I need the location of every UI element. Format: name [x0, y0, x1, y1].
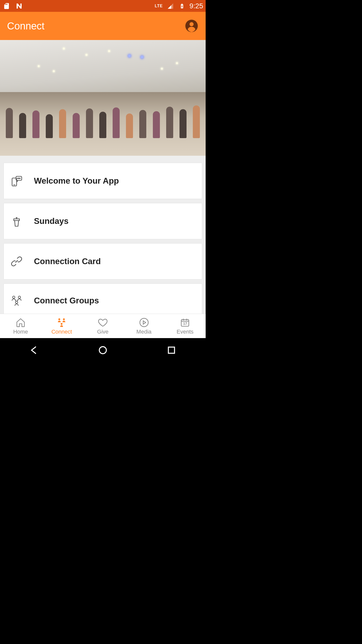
lte-label: LTE: [155, 4, 163, 8]
android-status-bar: LTE 9:25: [0, 0, 206, 12]
card-sundays[interactable]: Sundays: [4, 203, 202, 239]
tab-connect[interactable]: Connect: [41, 314, 82, 338]
play-icon: [139, 317, 150, 328]
card-label: Connection Card: [34, 257, 101, 266]
svg-point-6: [19, 178, 19, 179]
back-button[interactable]: [19, 343, 49, 358]
bottom-tab-bar: Home Connect Give Media: [0, 314, 206, 338]
tab-give[interactable]: Give: [82, 314, 123, 338]
calendar-icon: 17: [179, 317, 191, 328]
people-icon: [10, 294, 23, 307]
svg-point-7: [20, 178, 20, 179]
svg-point-13: [16, 301, 18, 303]
tab-home[interactable]: Home: [0, 314, 41, 338]
svg-point-12: [18, 296, 21, 298]
hero-image: [0, 40, 206, 156]
n-icon: [15, 2, 23, 10]
svg-point-19: [140, 318, 148, 327]
card-connect-groups[interactable]: Connect Groups: [4, 284, 202, 314]
app-bar: Connect: [0, 12, 206, 40]
svg-point-1: [190, 22, 194, 26]
status-right: LTE 9:25: [155, 2, 203, 10]
link-icon: [10, 255, 23, 268]
avatar-icon: [185, 19, 198, 33]
svg-line-15: [17, 300, 18, 301]
svg-point-16: [59, 318, 60, 320]
clock-label: 9:25: [190, 2, 203, 10]
sd-card-icon: [3, 2, 11, 10]
svg-rect-25: [168, 347, 174, 353]
svg-point-11: [13, 296, 15, 298]
battery-charging-icon: [178, 2, 186, 10]
svg-point-5: [17, 178, 18, 179]
tab-label: Home: [13, 329, 28, 335]
card-connection-card[interactable]: Connection Card: [4, 243, 202, 279]
tab-label: Connect: [51, 329, 72, 335]
heart-icon: [97, 317, 108, 328]
tab-label: Media: [137, 329, 152, 335]
svg-line-14: [15, 300, 16, 301]
tab-media[interactable]: Media: [123, 314, 165, 338]
podium-icon: [10, 214, 23, 228]
home-button[interactable]: [88, 343, 118, 358]
chat-phone-icon: [10, 174, 23, 188]
card-label: Welcome to Your App: [34, 176, 119, 186]
device-frame: LTE 9:25 Connect: [0, 0, 206, 362]
tab-events[interactable]: 17 Events: [164, 314, 206, 338]
svg-point-17: [63, 318, 65, 320]
svg-point-24: [99, 347, 106, 354]
people-icon: [56, 317, 67, 328]
android-nav-bar: [0, 338, 206, 362]
card-label: Sundays: [34, 216, 69, 226]
calendar-day-label: 17: [179, 321, 191, 326]
tab-label: Events: [177, 329, 194, 335]
recents-button[interactable]: [156, 343, 187, 358]
home-icon: [15, 317, 26, 328]
card-label: Connect Groups: [34, 296, 99, 305]
status-left: [3, 2, 23, 10]
content-list: Welcome to Your App Sundays: [0, 156, 206, 314]
card-welcome[interactable]: Welcome to Your App: [4, 163, 202, 199]
page-title: Connect: [7, 20, 44, 32]
svg-rect-8: [14, 219, 20, 221]
profile-button[interactable]: [185, 19, 199, 33]
tab-label: Give: [97, 329, 108, 335]
signal-icon: [166, 2, 174, 10]
svg-point-18: [61, 323, 63, 325]
